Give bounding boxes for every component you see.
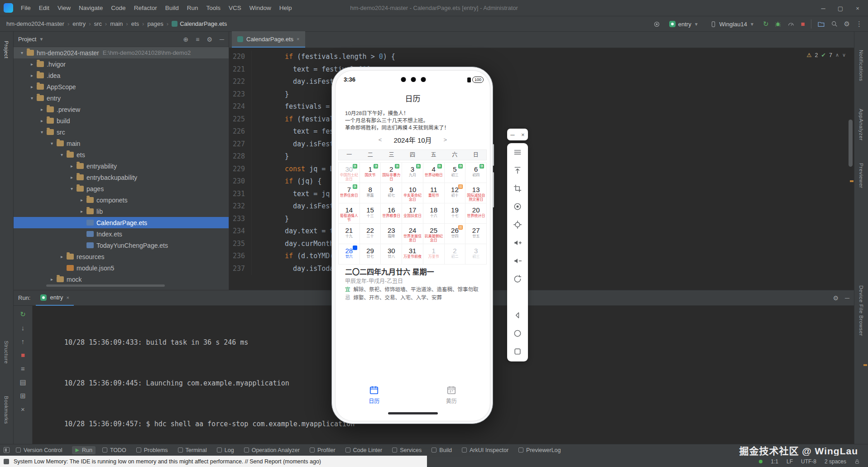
menu-item-build[interactable]: Build (161, 0, 183, 16)
close-tab-icon[interactable]: × (66, 295, 69, 300)
calendar-day[interactable]: 班26廿四 (445, 224, 466, 244)
run-settings-gear-icon[interactable]: ⚙ (833, 294, 839, 302)
menu-item-refactor[interactable]: Refactor (130, 0, 161, 16)
breadcrumb-item[interactable]: ets (131, 20, 139, 27)
menu-item-file[interactable]: File (17, 0, 35, 16)
menu-item-help[interactable]: Help (275, 0, 296, 16)
hide-panel-icon[interactable]: ─ (220, 36, 224, 43)
breadcrumb-item[interactable]: hm-demo2024-master (6, 20, 64, 27)
statusbar-log[interactable]: Log (217, 447, 234, 453)
calendar-day[interactable]: 休30中国烈士纪念日 (339, 163, 360, 183)
rerun-icon[interactable]: ↻ (763, 16, 769, 32)
tree-item-index[interactable]: Index.ets (14, 228, 229, 240)
calendar-day[interactable]: 19十七 (445, 203, 466, 224)
calendar-day[interactable]: 13国际减轻自然灾害日 (465, 183, 487, 203)
statusbar-run[interactable]: ▶Run (72, 446, 95, 454)
calendar-day[interactable]: 25抗美援朝纪念日 (423, 224, 445, 244)
profiler-icon[interactable] (787, 20, 795, 28)
rerun-icon[interactable]: ↻ (20, 309, 26, 319)
toolwindow-switcher-icon[interactable] (4, 447, 10, 453)
volume-down-icon[interactable] (513, 252, 522, 270)
tree-item-entryability[interactable]: ▸entryability (14, 160, 229, 172)
menu-item-run[interactable]: Run (183, 0, 202, 16)
tree-item-ets[interactable]: ▾ets (14, 149, 229, 160)
hide-panel-icon[interactable]: ─ (845, 294, 849, 302)
tree-item-mock[interactable]: ▸mock (14, 274, 229, 285)
screenshot-crop-icon[interactable] (513, 179, 522, 197)
menu-item-navigate[interactable]: Navigate (75, 0, 107, 16)
settings-gear-icon[interactable]: ⚙ (844, 16, 850, 32)
code-editor[interactable]: 220if (festivals.length > 0) { 221 text … (229, 48, 854, 290)
tree-item-componets[interactable]: ▸componets (14, 194, 229, 206)
toolwindow-device-file-browser[interactable]: Device File Browser (858, 285, 864, 336)
search-everywhere-icon[interactable] (831, 20, 838, 28)
device-manager-icon[interactable] (653, 20, 661, 28)
calendar-day[interactable]: 20世界统计日 (465, 203, 487, 224)
clear-console-icon[interactable]: × (21, 404, 25, 414)
emulator-close-button[interactable]: × (521, 131, 525, 138)
volume-up-icon[interactable] (513, 234, 522, 252)
breadcrumb-item[interactable]: main (110, 20, 123, 27)
toolwindow-appanalyzer[interactable]: AppAnalyzer (858, 109, 864, 141)
tree-item-build[interactable]: ▸build (14, 115, 229, 126)
calendar-day[interactable]: 休7世界住房日 (339, 183, 360, 203)
tree-item-appscope[interactable]: ▸AppScope (14, 81, 229, 92)
tree-item-calendarpage[interactable]: CalendarPage.ets (14, 217, 229, 228)
collapse-all-icon[interactable]: ≡ (196, 36, 199, 43)
breadcrumb-item[interactable]: pages (147, 20, 163, 27)
calendar-day-selected[interactable]: 28廿六 (339, 244, 360, 265)
tree-item-src[interactable]: ▾src (14, 126, 229, 138)
project-panel-title[interactable]: Project (18, 36, 36, 43)
calendar-day[interactable]: 3初三 (465, 244, 487, 265)
nav-back-icon[interactable] (513, 306, 522, 324)
menu-item-edit[interactable]: Edit (35, 0, 53, 16)
calendar-day[interactable]: 17全国扶贫日 (402, 203, 423, 224)
maximize-button[interactable]: ▢ (832, 5, 849, 12)
calendar-day[interactable]: 15十三 (360, 203, 381, 224)
panel-settings-gear-icon[interactable]: ⚙ (207, 36, 213, 43)
layout-icon[interactable]: ▤ (19, 377, 26, 387)
menu-item-tools[interactable]: Tools (202, 0, 225, 16)
file-encoding[interactable]: UTF-8 (801, 458, 816, 465)
tree-item-hvigor[interactable]: ▸.hvigor (14, 58, 229, 70)
locate-icon[interactable] (513, 216, 522, 234)
calendar-day[interactable]: 2初二 (445, 244, 466, 265)
locate-file-icon[interactable]: ⊕ (183, 36, 189, 43)
next-month-button[interactable]: > (444, 136, 447, 143)
calendar-day[interactable]: 22二十 (360, 224, 381, 244)
run-config-select[interactable]: entry▼ (667, 19, 701, 29)
pin-icon[interactable]: ⊞ (20, 391, 26, 400)
toolwindow-notifications[interactable]: Notifications (858, 50, 864, 81)
rotate-icon[interactable] (513, 270, 522, 288)
statusbar-code-linter[interactable]: Code Linter (345, 447, 383, 453)
toolwindow-structure[interactable]: Structure (4, 341, 9, 364)
calendar-day[interactable]: 休5初三 (445, 163, 466, 183)
caret-position[interactable]: 1:1 (771, 458, 778, 465)
statusbar-version-control[interactable]: Version Control (16, 447, 62, 453)
stop-icon[interactable]: ■ (21, 350, 25, 360)
tab-calendar[interactable]: 日历 (336, 382, 413, 410)
minimize-button[interactable]: ─ (815, 5, 832, 12)
prev-month-button[interactable]: < (379, 136, 382, 143)
lock-icon[interactable] (854, 459, 860, 464)
calendar-day[interactable]: 8寒露 (360, 183, 381, 203)
emulator-minimize-button[interactable]: ─ (510, 131, 514, 138)
calendar-day[interactable]: 16世界粮食日 (381, 203, 402, 224)
device-select[interactable]: Winglau14▼ (707, 19, 757, 29)
toolwindow-project[interactable]: Project (4, 41, 9, 58)
calendar-day[interactable]: 11重阳节 (423, 183, 445, 203)
calendar-day[interactable]: 31万圣节前夜 (402, 244, 423, 265)
run-tab-entry[interactable]: entry × (36, 290, 73, 306)
tree-item-root[interactable]: ▾hm-demo2024-masterE:\hm-demo20241028\hm… (14, 47, 229, 58)
statusbar-todo[interactable]: TODO (102, 447, 126, 453)
soft-wrap-icon[interactable]: ≡ (21, 364, 25, 373)
statusbar-services[interactable]: Services (392, 447, 422, 453)
calendar-day[interactable]: 9初七 (381, 183, 402, 203)
low-memory-notification[interactable]: System Low Memory: The IDE is running lo… (0, 456, 427, 467)
more-menu-icon[interactable]: ⋮ (856, 16, 863, 32)
tab-calendarpage[interactable]: CalendarPage.ets × (232, 31, 305, 48)
calendar-day[interactable]: 休4世界动物日 (423, 163, 445, 183)
calendar-day[interactable]: 18十六 (423, 203, 445, 224)
stop-icon[interactable]: ■ (801, 16, 805, 32)
tab-almanac[interactable]: 黄历 (413, 382, 490, 410)
